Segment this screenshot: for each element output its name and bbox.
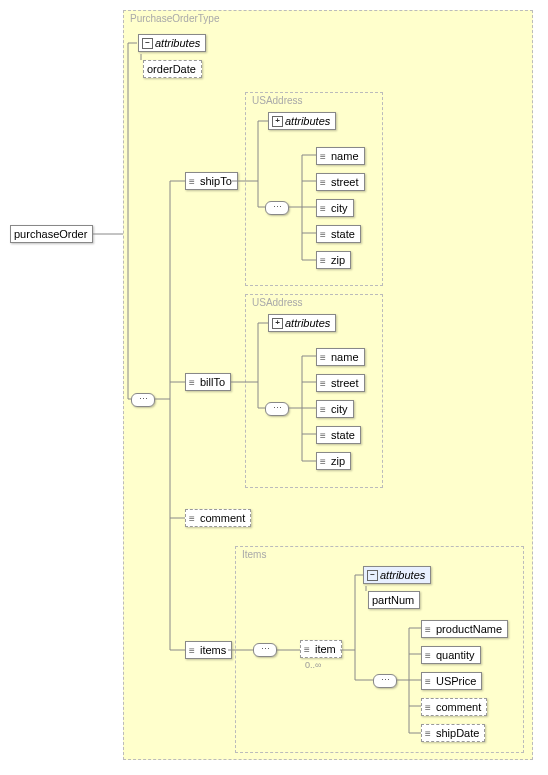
shipto-label: shipTo [200, 175, 232, 187]
shipdate-label: shipDate [436, 727, 479, 739]
shipto-zip-node[interactable]: zip [316, 251, 351, 269]
bill-usaddress-label: USAddress [252, 297, 303, 308]
item-comment-node[interactable]: comment [421, 698, 487, 716]
element-icon [320, 431, 329, 440]
element-icon [320, 230, 329, 239]
root-sequence-connector[interactable] [131, 393, 155, 407]
element-icon [425, 703, 434, 712]
element-icon [320, 457, 329, 466]
item-label: item [315, 643, 336, 655]
element-icon [425, 677, 434, 686]
purchase-order-label: purchaseOrder [14, 228, 87, 240]
element-icon [320, 353, 329, 362]
item-comment-label: comment [436, 701, 481, 713]
items-sequence-connector[interactable] [253, 643, 277, 657]
shipto-attributes-box[interactable]: + attributes [268, 112, 336, 130]
productname-label: productName [436, 623, 502, 635]
quantity-node[interactable]: quantity [421, 646, 481, 664]
element-icon [425, 651, 434, 660]
usprice-node[interactable]: USPrice [421, 672, 482, 690]
items-node[interactable]: items [185, 641, 232, 659]
comment-label: comment [200, 512, 245, 524]
quantity-label: quantity [436, 649, 475, 661]
purchase-order-type-label: PurchaseOrderType [130, 13, 220, 24]
shipto-state-node[interactable]: state [316, 225, 361, 243]
shipto-name-node[interactable]: name [316, 147, 365, 165]
comment-node[interactable]: comment [185, 509, 251, 527]
root-attributes-box[interactable]: − attributes [138, 34, 206, 52]
billto-street-label: street [331, 377, 359, 389]
item-attributes-box[interactable]: − attributes [363, 566, 431, 584]
ship-usaddress-label: USAddress [252, 95, 303, 106]
plus-icon: + [272, 318, 283, 329]
root-attributes-label: attributes [155, 37, 200, 49]
element-icon [320, 178, 329, 187]
shipto-street-label: street [331, 176, 359, 188]
billto-attributes-label: attributes [285, 317, 330, 329]
purchase-order-node[interactable]: purchaseOrder [10, 225, 93, 243]
element-icon [189, 378, 198, 387]
element-icon [189, 514, 198, 523]
billto-state-node[interactable]: state [316, 426, 361, 444]
element-icon [189, 646, 198, 655]
item-attributes-label: attributes [380, 569, 425, 581]
billto-attributes-box[interactable]: + attributes [268, 314, 336, 332]
element-icon [304, 645, 313, 654]
items-inner-label: Items [242, 549, 266, 560]
item-node[interactable]: item [300, 640, 342, 658]
shipto-zip-label: zip [331, 254, 345, 266]
element-icon [425, 729, 434, 738]
item-cardinality: 0..∞ [305, 660, 321, 670]
shipto-attributes-label: attributes [285, 115, 330, 127]
billto-zip-label: zip [331, 455, 345, 467]
billto-name-label: name [331, 351, 359, 363]
orderdate-label: orderDate [147, 63, 196, 75]
billto-zip-node[interactable]: zip [316, 452, 351, 470]
shipto-node[interactable]: shipTo [185, 172, 238, 190]
element-icon [320, 152, 329, 161]
partnum-node[interactable]: partNum [368, 591, 420, 609]
billto-sequence-connector[interactable] [265, 402, 289, 416]
shipto-sequence-connector[interactable] [265, 201, 289, 215]
items-label: items [200, 644, 226, 656]
element-icon [320, 405, 329, 414]
plus-icon: + [272, 116, 283, 127]
partnum-label: partNum [372, 594, 414, 606]
element-icon [320, 256, 329, 265]
shipdate-node[interactable]: shipDate [421, 724, 485, 742]
element-icon [425, 625, 434, 634]
minus-icon: − [142, 38, 153, 49]
element-icon [320, 204, 329, 213]
orderdate-node[interactable]: orderDate [143, 60, 202, 78]
billto-label: billTo [200, 376, 225, 388]
billto-node[interactable]: billTo [185, 373, 231, 391]
element-icon [189, 177, 198, 186]
item-sequence-connector[interactable] [373, 674, 397, 688]
minus-icon: − [367, 570, 378, 581]
shipto-city-node[interactable]: city [316, 199, 354, 217]
billto-city-node[interactable]: city [316, 400, 354, 418]
usprice-label: USPrice [436, 675, 476, 687]
billto-state-label: state [331, 429, 355, 441]
billto-city-label: city [331, 403, 348, 415]
billto-street-node[interactable]: street [316, 374, 365, 392]
element-icon [320, 379, 329, 388]
shipto-street-node[interactable]: street [316, 173, 365, 191]
billto-name-node[interactable]: name [316, 348, 365, 366]
productname-node[interactable]: productName [421, 620, 508, 638]
shipto-state-label: state [331, 228, 355, 240]
shipto-name-label: name [331, 150, 359, 162]
shipto-city-label: city [331, 202, 348, 214]
